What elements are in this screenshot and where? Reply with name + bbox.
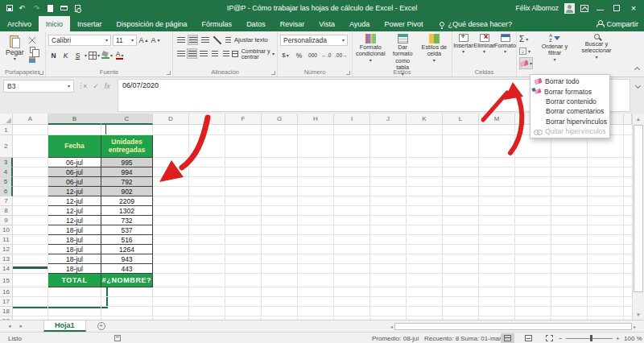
fill-down-button[interactable]: ↓▾ <box>519 45 533 57</box>
font-size-select[interactable]: 11▾ <box>113 35 137 46</box>
decrease-font-icon[interactable]: A▼ <box>151 35 161 46</box>
open-file-icon[interactable] <box>59 2 69 14</box>
undo-icon[interactable]: ↶▾ <box>18 2 28 14</box>
row-header-12[interactable]: 12 <box>0 245 13 254</box>
tab-ayuda[interactable]: Ayuda <box>342 16 377 31</box>
cell-C4[interactable]: 994 <box>101 167 153 177</box>
row-header-17[interactable]: 17 <box>0 297 13 307</box>
cell-C11[interactable]: 516 <box>101 235 153 245</box>
button-insertar[interactable]: Insertar▾ <box>453 33 473 55</box>
zoom-slider[interactable] <box>566 338 613 339</box>
borders-icon[interactable]: ▾ <box>89 50 100 60</box>
tab-revisar[interactable]: Revisar <box>273 16 312 31</box>
align-center-icon[interactable] <box>187 48 197 59</box>
wrap-text-button[interactable]: Ajustar texto <box>225 35 268 45</box>
customize-qat-icon[interactable]: ▾ <box>86 2 97 14</box>
column-header-f[interactable]: F <box>225 114 262 125</box>
select-all-corner[interactable] <box>0 114 13 125</box>
align-bottom-icon[interactable] <box>200 35 210 45</box>
row-header-15[interactable]: 15 <box>0 274 13 287</box>
align-right-icon[interactable] <box>198 48 208 59</box>
row-header-13[interactable]: 13 <box>0 254 13 264</box>
cell-B6[interactable]: 12-jul <box>48 187 101 196</box>
dialog-launcher-icon[interactable] <box>346 71 350 75</box>
sheet-prev-icon[interactable]: ◂ <box>8 323 11 329</box>
decrease-decimal-icon[interactable]: .00→ <box>335 50 348 60</box>
menu-item-borrar-formatos[interactable]: Borrar formatos <box>530 86 609 96</box>
cell-B10[interactable]: 18-jul <box>48 225 101 235</box>
maximize-button[interactable] <box>611 5 622 11</box>
row-header-16[interactable]: 16 <box>0 287 13 297</box>
vertical-scrollbar[interactable]: ▲ ▼ <box>632 114 644 320</box>
new-sheet-icon[interactable]: + <box>97 322 105 330</box>
align-middle-icon[interactable] <box>188 35 198 45</box>
row-header-3[interactable]: 3 <box>0 158 13 167</box>
button-formato[interactable]: Formato▾ <box>495 33 515 55</box>
cell-C14[interactable]: 443 <box>101 264 153 274</box>
cancel-icon[interactable]: × <box>83 82 87 90</box>
cell-C7[interactable]: 2209 <box>101 196 153 206</box>
scroll-up-icon[interactable]: ▲ <box>633 114 644 124</box>
italic-button[interactable]: K <box>60 50 71 60</box>
table-header-fecha[interactable]: Fecha <box>48 135 101 158</box>
copy-icon[interactable] <box>27 45 38 54</box>
macro-record-icon[interactable] <box>114 335 121 341</box>
tab-disposicion-de-pagina[interactable]: Disposición de página <box>109 16 195 31</box>
tab-inicio[interactable]: Inicio <box>39 16 70 31</box>
vertical-scroll-thumb[interactable] <box>634 125 643 292</box>
cell-B11[interactable]: 18-jul <box>48 235 101 245</box>
row-header-1[interactable]: 1 <box>0 125 13 135</box>
align-top-icon[interactable] <box>175 35 186 45</box>
comma-format-icon[interactable]: 000 <box>308 50 318 60</box>
print-preview-icon[interactable] <box>72 2 83 14</box>
dialog-launcher-icon[interactable] <box>271 71 275 75</box>
tab-power-pivot[interactable]: Power Pivot <box>377 16 430 31</box>
increase-font-icon[interactable]: A▲ <box>138 35 149 46</box>
cell-C13[interactable]: 943 <box>101 254 153 264</box>
row-header-14[interactable]: 14 <box>0 264 13 274</box>
paste-button[interactable]: Pegar ▾ <box>2 33 27 64</box>
tell-me-box[interactable]: ¿Qué desea hacer? <box>440 16 512 31</box>
cell-C6[interactable]: 902 <box>101 187 153 196</box>
cell-C3[interactable]: 995 <box>101 158 153 167</box>
column-header-h[interactable]: H <box>298 114 334 125</box>
table-header-unidades[interactable]: Unidades entregadas <box>101 135 153 158</box>
row-header-2[interactable]: 2 <box>0 135 13 158</box>
row-header-7[interactable]: 7 <box>0 196 13 206</box>
sheet-tab-hoja1[interactable]: Hoja1 <box>43 320 86 332</box>
underline-button[interactable]: S <box>72 50 83 60</box>
scroll-down-icon[interactable]: ▼ <box>633 309 644 320</box>
insert-function-icon[interactable]: fx <box>105 82 110 90</box>
ribbon-display-options-icon[interactable] <box>580 5 588 12</box>
cut-icon[interactable] <box>27 35 38 44</box>
sheet-next-icon[interactable]: ▸ <box>20 323 23 329</box>
zoom-slider-thumb[interactable] <box>590 335 592 341</box>
row-header-8[interactable]: 8 <box>0 206 13 216</box>
menu-item-borrar-comentarios[interactable]: Borrar comentarios <box>530 106 609 116</box>
align-left-icon[interactable] <box>175 48 186 59</box>
tab-vista[interactable]: Vista <box>312 16 342 31</box>
cell-total-value[interactable]: #¿NOMBRE? <box>101 274 153 287</box>
row-header-18[interactable]: 18 <box>0 307 13 316</box>
cell-C10[interactable]: 537 <box>101 225 153 235</box>
cell-B3[interactable]: 06-jul <box>48 158 101 167</box>
column-header-e[interactable]: E <box>189 114 225 125</box>
clear-button[interactable]: ▾ <box>519 57 533 69</box>
menu-item-borrar-hipervinculos[interactable]: Borrar hipervínculos <box>530 117 609 126</box>
horizontal-scroll-thumb[interactable] <box>394 323 632 330</box>
column-header-a[interactable]: A <box>13 114 48 125</box>
cell-B13[interactable]: 18-jul <box>48 254 101 264</box>
column-header-b[interactable]: B <box>48 114 101 125</box>
menu-item-borrar-todo[interactable]: Borrar todo <box>530 76 609 86</box>
autosum-button[interactable]: Σ▾ <box>519 33 533 45</box>
spreadsheet-grid[interactable]: ABCDEFGHIJKLMNOP123456789101112131415161… <box>0 114 632 320</box>
formula-bar-expand-icon[interactable] <box>635 83 641 89</box>
column-header-k[interactable]: K <box>407 114 443 125</box>
avatar[interactable] <box>564 3 575 14</box>
zoom-out-icon[interactable]: − <box>559 335 563 342</box>
tab-formulas[interactable]: Fórmulas <box>195 16 240 31</box>
column-header-l[interactable]: L <box>443 114 479 125</box>
dialog-launcher-icon[interactable] <box>167 71 171 75</box>
row-header-4[interactable]: 4 <box>0 167 13 177</box>
sort-filter-button[interactable]: AZ Ordenar y filtrar▾ <box>536 33 573 69</box>
